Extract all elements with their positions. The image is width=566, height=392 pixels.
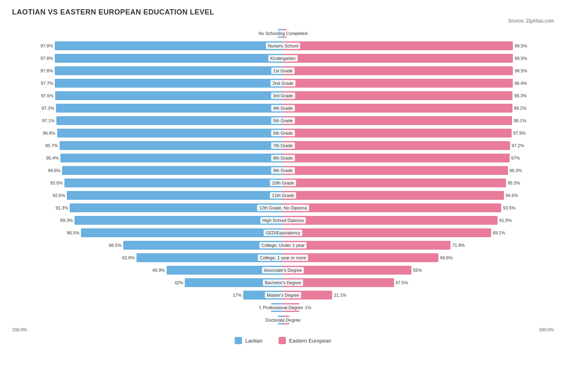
left-bar-wrapper: 97.8% — [12, 66, 283, 75]
left-axis-label: 100.0% — [12, 327, 27, 332]
right-value: 97.2% — [512, 143, 527, 148]
left-bar-wrapper: 2.2% — [12, 29, 283, 38]
right-section: 98.1% — [283, 115, 554, 126]
left-section: 97.1% — [12, 115, 283, 126]
right-section: 97.9% — [283, 127, 554, 139]
right-bar — [283, 191, 504, 200]
bar-row: 97.3%4th Grade98.2% — [12, 103, 554, 114]
right-value: 97.9% — [513, 131, 529, 135]
chart-title: LAOTIAN VS EASTERN EUROPEAN EDUCATION LE… — [12, 8, 554, 16]
left-value: 68.5% — [106, 243, 122, 248]
right-section: 98.3% — [283, 90, 554, 101]
center-label: Professional Degree — [261, 304, 305, 311]
legend-eastern-label: Eastern European — [289, 338, 331, 344]
right-bar — [283, 66, 513, 75]
left-bar-wrapper: 42% — [12, 278, 283, 287]
right-value: 66.6% — [440, 255, 455, 260]
left-bar-wrapper: 68.5% — [12, 241, 283, 250]
left-bar-wrapper: 95.7% — [12, 141, 283, 150]
right-value: 94.6% — [506, 193, 521, 198]
right-bar-wrapper: 66.6% — [283, 253, 554, 262]
center-label: 11th Grade — [270, 192, 296, 199]
left-bar — [81, 228, 283, 237]
right-bar-wrapper: 96.3% — [283, 166, 554, 175]
bar-row: 2.2%No Schooling Completed1.6% — [12, 28, 554, 39]
right-bar-wrapper: 47.5% — [283, 278, 554, 287]
bar-row: 94.6%9th Grade96.3% — [12, 165, 554, 176]
legend-laotian: Laotian — [235, 337, 262, 344]
right-bar-wrapper: 98.1% — [283, 116, 554, 125]
center-label: Master's Degree — [265, 292, 301, 298]
left-bar — [55, 79, 283, 88]
left-bar-wrapper: 2.3% — [12, 316, 283, 324]
bar-row: 96.8%6th Grade97.9% — [12, 127, 554, 139]
bar-row: 2.3%Doctorate Degree2.8% — [12, 314, 554, 326]
left-bar — [55, 91, 283, 100]
left-bar-wrapper: 97.8% — [12, 54, 283, 63]
center-label: 6th Grade — [271, 130, 295, 136]
bar-row: 97.8%Kindergarten98.5% — [12, 53, 554, 64]
right-bar — [283, 179, 506, 187]
right-bar-wrapper: 91.9% — [283, 216, 554, 225]
right-bar — [283, 79, 513, 88]
right-section: 66.6% — [283, 252, 554, 263]
left-value: 93.6% — [48, 181, 63, 185]
right-value: 98.4% — [514, 81, 530, 86]
right-bar-wrapper: 89.1% — [283, 228, 554, 237]
right-bar — [283, 228, 491, 237]
center-label: 5th Grade — [271, 117, 295, 124]
center-label: Bachelor's Degree — [263, 279, 303, 286]
left-value: 97.6% — [38, 93, 54, 98]
bar-row: 42%Bachelor's Degree47.5% — [12, 277, 554, 288]
bar-row: 97.8%1st Grade98.5% — [12, 65, 554, 76]
center-label: No Schooling Completed — [256, 30, 310, 37]
left-bar-wrapper: 86.5% — [12, 228, 283, 237]
bar-row: 95.7%7th Grade97.2% — [12, 140, 554, 151]
right-bar-wrapper: 1.6% — [283, 29, 554, 38]
right-value: 98.2% — [514, 106, 529, 111]
bar-row: 86.5%GED/Equivalency89.1% — [12, 227, 554, 238]
left-section: 91.3% — [12, 202, 283, 213]
right-value: 95.5% — [508, 181, 523, 185]
right-section: 55% — [283, 265, 554, 276]
left-section: 97.8% — [12, 40, 283, 51]
bar-row: 97.7%2nd Grade98.4% — [12, 78, 554, 89]
left-section: 97.8% — [12, 65, 283, 76]
left-section: 86.5% — [12, 227, 283, 238]
right-bar-wrapper: 93.5% — [283, 203, 554, 212]
left-bar-wrapper: 92.6% — [12, 191, 283, 200]
center-label: College, Under 1 year — [259, 242, 306, 248]
right-section: 93.5% — [283, 202, 554, 213]
left-bar-wrapper: 97.1% — [12, 116, 283, 125]
center-label: 9th Grade — [271, 167, 295, 174]
left-bar — [57, 129, 283, 138]
left-bar — [74, 216, 283, 225]
right-bar-wrapper: 98.3% — [283, 91, 554, 100]
right-value: 98.5% — [514, 68, 530, 73]
right-value: 97% — [511, 156, 527, 160]
right-section: 94.6% — [283, 190, 554, 201]
right-bar-wrapper: 98.2% — [283, 104, 554, 113]
right-bar — [283, 141, 510, 150]
right-value: 89.1% — [493, 230, 508, 235]
chart-container: 2.2%No Schooling Completed1.6%97.8%Nurse… — [12, 28, 554, 326]
left-section: 97.8% — [12, 53, 283, 64]
right-bar — [283, 166, 508, 175]
right-bar-wrapper: 94.6% — [283, 191, 554, 200]
right-bar — [283, 154, 510, 162]
right-axis-label: 100.0% — [539, 327, 554, 332]
center-label: Nursery School — [266, 43, 300, 49]
left-section: 95.4% — [12, 152, 283, 164]
left-bar — [55, 41, 283, 50]
right-bar — [283, 91, 512, 100]
right-value: 55% — [413, 268, 428, 273]
right-bar — [283, 216, 498, 225]
bar-row: 97.1%5th Grade98.1% — [12, 115, 554, 126]
right-value: 91.9% — [499, 218, 514, 223]
left-value: 49.9% — [150, 268, 165, 273]
bar-row: 93.6%10th Grade95.5% — [12, 177, 554, 189]
axis-labels: 100.0% 100.0% — [12, 327, 554, 332]
left-bar-wrapper: 17% — [12, 291, 283, 300]
right-section: 71.8% — [283, 240, 554, 251]
left-value: 62.8% — [120, 255, 135, 260]
